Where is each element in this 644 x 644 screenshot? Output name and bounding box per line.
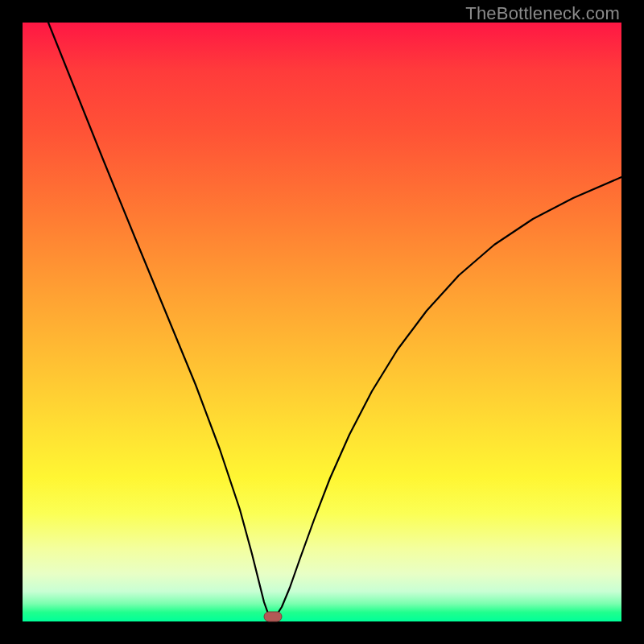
chart-frame: TheBottleneck.com bbox=[0, 0, 644, 644]
curve-layer bbox=[23, 23, 621, 621]
plot-area bbox=[23, 23, 621, 621]
watermark-text: TheBottleneck.com bbox=[465, 3, 620, 24]
bottleneck-curve bbox=[47, 19, 621, 618]
min-marker bbox=[264, 612, 282, 621]
